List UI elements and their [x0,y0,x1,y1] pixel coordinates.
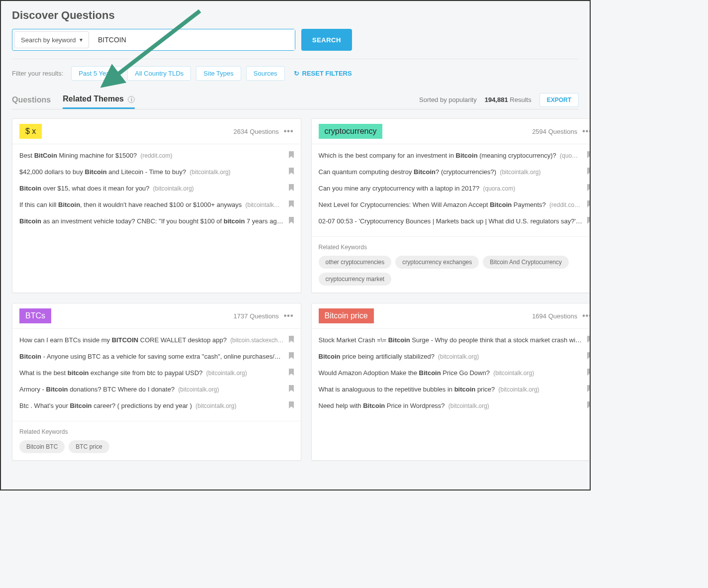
question-text: Bitcoin over $15, what does it mean for … [19,185,284,192]
bookmark-icon[interactable] [587,184,591,193]
bookmark-icon[interactable] [289,168,294,176]
bookmark-icon[interactable] [289,151,294,160]
question-row[interactable]: Would Amazon Adoption Make the Bitcoin P… [312,365,591,381]
reset-label: RESET FILTERS [302,70,352,77]
tab-related-themes[interactable]: Related Themes i [63,91,135,109]
search-input[interactable] [91,29,295,50]
filter-pill-sources[interactable]: Sources [246,66,285,81]
question-row[interactable]: How can I earn BTCs inside my BITCOIN CO… [12,332,301,348]
question-text: If this can kill Bitcoin, then it wouldn… [19,201,284,208]
sorted-by: Sorted by popularity [419,96,477,103]
bookmark-icon[interactable] [587,151,591,160]
bookmark-icon[interactable] [587,200,591,209]
themes-grid: $ x2634 Questions•••Best BitCoin Mining … [12,118,579,461]
card-header: Bitcoin price1694 Questions••• [312,303,591,329]
filter-pill-sitetypes[interactable]: Site Types [196,66,241,81]
question-row[interactable]: Which is the best company for an investm… [312,147,591,164]
app-container: Discover Questions Search by keyword ▾ S… [0,0,591,490]
question-text: Next Level for Cryptocurrencies: When Wi… [319,201,583,208]
card-header: cryptocurrency2594 Questions••• [312,119,591,144]
question-text: Stock Market Crash =\= Bitcoin Surge - W… [319,336,583,344]
search-group: Search by keyword ▾ [12,29,295,51]
question-row[interactable]: $42,000 dollars to buy Bitcoin and Litec… [12,164,301,180]
search-button[interactable]: SEARCH [301,29,352,51]
card-body: Which is the best company for an investm… [312,144,591,232]
theme-card: $ x2634 Questions•••Best BitCoin Mining … [12,118,301,293]
keyword-pill[interactable]: other cryptocurrencies [319,256,392,269]
question-row[interactable]: Stock Market Crash =\= Bitcoin Surge - W… [312,332,591,348]
filter-pill-countries[interactable]: All Country TLDs [127,66,191,81]
bookmark-icon[interactable] [289,336,294,344]
keyword-pill[interactable]: Bitcoin And Cryptocurrency [483,256,569,269]
more-icon[interactable]: ••• [284,127,294,136]
bookmark-icon[interactable] [289,217,294,225]
keyword-pills: Bitcoin BTCBTC price [19,440,294,453]
bookmark-icon[interactable] [289,200,294,209]
bookmark-icon[interactable] [587,168,591,176]
theme-tag[interactable]: cryptocurrency [319,124,383,139]
tab-row: Questions Related Themes i Sorted by pop… [12,91,579,109]
question-row[interactable]: Armory - Bitcoin donations? BTC Where do… [12,381,301,397]
chevron-down-icon: ▾ [80,36,83,43]
bookmark-icon[interactable] [587,369,591,377]
theme-tag[interactable]: Bitcoin price [319,308,374,323]
theme-tag[interactable]: $ x [19,124,42,139]
question-text: Bitcoin as an investment vehicle today? … [19,217,284,225]
divider [12,59,579,59]
search-type-select[interactable]: Search by keyword ▾ [14,31,89,48]
question-row[interactable]: Can you mine any cryptocurrency with a l… [312,180,591,196]
export-button[interactable]: EXPORT [539,93,579,107]
more-icon[interactable]: ••• [582,311,591,320]
question-text: Armory - Bitcoin donations? BTC Where do… [19,386,284,393]
reset-filters[interactable]: ↻ RESET FILTERS [294,70,352,77]
bookmark-icon[interactable] [587,217,591,225]
related-label: Related Keywords [319,244,591,251]
question-text: Best BitCoin Mining machine for $1500? (… [19,152,284,159]
bookmark-icon[interactable] [587,401,591,410]
question-row[interactable]: Can quantum computing destroy Bitcoin? (… [312,164,591,180]
card-body: Stock Market Crash =\= Bitcoin Surge - W… [312,329,591,417]
tab-questions[interactable]: Questions [12,92,51,108]
question-row[interactable]: Bitcoin over $15, what does it mean for … [12,180,301,196]
question-row[interactable]: Need help with Bitcoin Price in Wordpres… [312,397,591,414]
related-keywords: Related KeywordsBitcoin BTCBTC price [12,421,301,460]
bookmark-icon[interactable] [289,184,294,193]
keyword-pill[interactable]: cryptocurrency exchanges [395,256,479,269]
bookmark-icon[interactable] [587,336,591,344]
question-row[interactable]: Bitcoin - Anyone using BTC as a vehicle … [12,348,301,365]
question-text: $42,000 dollars to buy Bitcoin and Litec… [19,168,284,176]
question-count: 1737 Questions [234,312,279,320]
question-row[interactable]: Bitcoin as an investment vehicle today? … [12,213,301,229]
question-text: Would Amazon Adoption Make the Bitcoin P… [319,369,583,377]
theme-tag[interactable]: BTCs [19,308,51,323]
question-text: Bitcoin price being artificially stabili… [319,353,583,360]
info-icon[interactable]: i [128,96,135,103]
question-row[interactable]: What is analoguous to the repetitive bub… [312,381,591,397]
bookmark-icon[interactable] [587,385,591,393]
question-row[interactable]: Btc . What's your Bitcoin career? ( pred… [12,397,301,414]
more-icon[interactable]: ••• [582,127,591,136]
question-row[interactable]: 02-07 00:53 - 'Cryptocurrency Bounces | … [312,213,591,229]
keyword-pill[interactable]: BTC price [69,440,109,453]
question-row[interactable]: Next Level for Cryptocurrencies: When Wi… [312,196,591,213]
question-row[interactable]: What is the best bitcoin exchange site f… [12,365,301,381]
page-title: Discover Questions [12,9,579,22]
card-header: $ x2634 Questions••• [12,119,301,144]
question-row[interactable]: If this can kill Bitcoin, then it wouldn… [12,196,301,213]
bookmark-icon[interactable] [289,369,294,377]
bookmark-icon[interactable] [587,352,591,361]
bookmark-icon[interactable] [289,385,294,393]
question-row[interactable]: Bitcoin price being artificially stabili… [312,348,591,365]
filter-pill-past5[interactable]: Past 5 Years [71,66,122,81]
search-row: Search by keyword ▾ SEARCH [12,29,579,51]
question-text: How can I earn BTCs inside my BITCOIN CO… [19,336,284,344]
keyword-pill[interactable]: cryptocurrency market [319,273,392,286]
bookmark-icon[interactable] [289,401,294,410]
keyword-pill[interactable]: Bitcoin BTC [19,440,65,453]
question-text: Can you mine any cryptocurrency with a l… [319,185,583,192]
question-text: 02-07 00:53 - 'Cryptocurrency Bounces | … [319,217,583,225]
bookmark-icon[interactable] [289,352,294,361]
question-text: What is the best bitcoin exchange site f… [19,369,284,377]
question-row[interactable]: Best BitCoin Mining machine for $1500? (… [12,147,301,164]
more-icon[interactable]: ••• [284,311,294,320]
